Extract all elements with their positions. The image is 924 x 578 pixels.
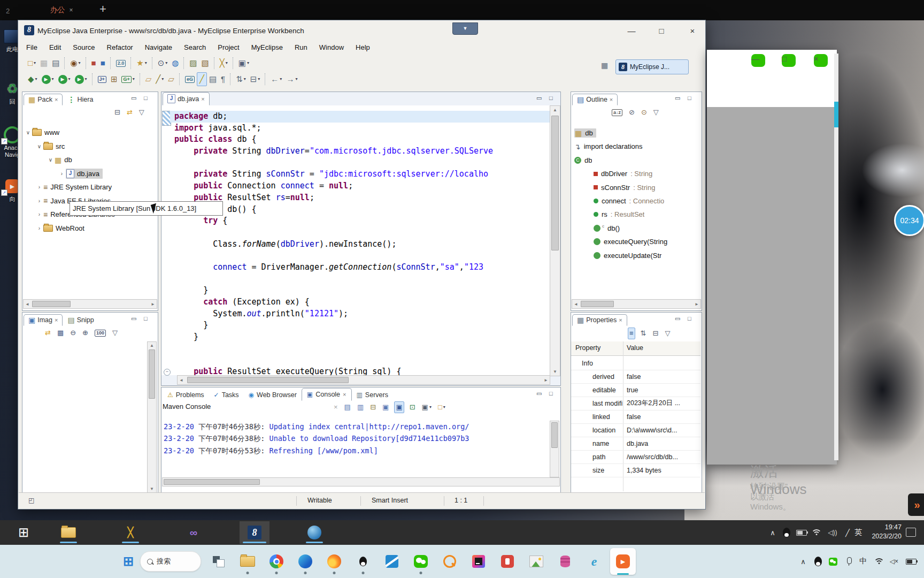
toolbar-sort-icon[interactable]: ⇅ (640, 328, 648, 339)
menu-project[interactable]: Project (212, 43, 245, 51)
dev-tools[interactable]: ╳ (116, 521, 145, 544)
toolbar-xml-editor-icon[interactable]: 2.0 (114, 57, 128, 70)
tab-servers[interactable]: ▥Servers (352, 389, 393, 401)
project-www[interactable]: ∨www (24, 126, 59, 139)
menu-search[interactable]: Search (178, 43, 212, 51)
remote-session-tab[interactable]: 办公 × (32, 0, 91, 20)
toolbar-profile-icon[interactable]: ▶▾ (73, 73, 89, 86)
scroll-left-icon[interactable]: ◄ (179, 378, 183, 383)
scroll-right-icon[interactable]: ► (544, 378, 548, 383)
toolbar-word-wrap-icon[interactable]: ▣ (381, 402, 390, 413)
property-row-linked[interactable]: linkedfalse (571, 410, 700, 424)
tree-expander-icon[interactable]: ∨ (24, 130, 32, 135)
property-row-name[interactable]: namedb.java (571, 437, 700, 451)
database-app[interactable] (552, 548, 578, 575)
toolbar-run-history-icon[interactable]: ▶▾ (56, 73, 73, 86)
scroll-thumb[interactable] (149, 349, 155, 399)
scroll-up-icon[interactable]: ▲ (150, 343, 154, 348)
toolbar-open-console-icon[interactable]: □▾ (437, 402, 446, 413)
toolbar-link-with-editor-icon[interactable]: ⇄ (126, 107, 134, 118)
microphone[interactable] (842, 548, 857, 575)
outline-hscrollbar[interactable]: ◄ ► (572, 299, 701, 309)
tree-expander-icon[interactable]: ∨ (35, 143, 43, 149)
volume-remote[interactable]: ◁)) (826, 521, 840, 544)
tree-expander-icon[interactable]: › (58, 171, 66, 177)
menu-edit[interactable]: Edit (43, 43, 67, 51)
close-icon[interactable]: × (55, 96, 58, 103)
editor-hscrollbar[interactable]: ◄ ► (177, 375, 550, 385)
toolbar-search-icon[interactable]: ⊙▾ (156, 57, 170, 70)
visual-studio[interactable]: ∞ (179, 521, 209, 544)
toolbar-highlighter-icon[interactable]: ╱ (197, 72, 207, 86)
tray-chevron-local[interactable]: ∧ (796, 548, 811, 575)
webroot[interactable]: ›WebRoot (35, 222, 84, 235)
package-explorer-hscrollbar[interactable]: ◄ ► (23, 299, 157, 309)
toolbar-hide-static-icon[interactable]: ⊙ (640, 107, 648, 118)
scroll-thumb[interactable] (32, 301, 71, 307)
ime-local[interactable]: 中 (856, 548, 871, 575)
outline-field-rs[interactable]: rs : ResultSet (594, 208, 644, 221)
menu-help[interactable]: Help (350, 43, 376, 51)
file-db-java[interactable]: ›Jdb.java (58, 167, 103, 180)
new-tab-button[interactable]: + (99, 2, 106, 16)
panel-maximize-icon[interactable]: □ (144, 315, 148, 322)
property-row-last-modified[interactable]: last modified2023年2月20日 ... (571, 397, 700, 410)
close-icon[interactable]: × (619, 317, 622, 323)
perspective-button[interactable]: 8 MyEclipse J... (615, 59, 689, 74)
toolbar-generate-getters-icon[interactable]: G+▾ (119, 73, 136, 86)
panel-minimize-icon[interactable]: ▭ (675, 315, 680, 322)
start-button-local[interactable]: ⊞ (116, 548, 141, 575)
tab-package-explorer[interactable]: ▦ Pack × (24, 94, 63, 105)
toolbar-new-package-red-icon[interactable]: ■ (89, 57, 98, 70)
start-button-remote[interactable]: ⊞ (9, 521, 38, 544)
scroll-left-icon[interactable]: ◄ (574, 302, 578, 307)
panel-minimize-icon[interactable]: ▭ (131, 95, 136, 102)
panel-minimize-icon[interactable]: ▭ (536, 95, 542, 102)
toolbar-view-menu-icon[interactable]: ▽ (652, 107, 660, 118)
battery-remote[interactable] (795, 521, 808, 544)
chrome[interactable] (264, 548, 289, 575)
myeclipse-taskbar[interactable]: 8 (240, 521, 270, 544)
outline-package-db[interactable]: ▦db (574, 126, 596, 140)
menu-window[interactable]: Window (313, 43, 350, 51)
tree-expander-icon[interactable]: › (35, 184, 43, 190)
tab-snippets[interactable]: ▤ Snipp (63, 314, 98, 326)
wechat[interactable] (408, 548, 434, 575)
notification-center-icon[interactable] (906, 528, 916, 537)
close-icon[interactable]: × (610, 96, 613, 103)
sunlogin-remote[interactable]: ▶ (610, 548, 636, 575)
tab-problems[interactable]: ⚠Problems (163, 389, 209, 401)
window-minimize-button[interactable]: — (620, 24, 643, 38)
scroll-thumb[interactable] (581, 301, 614, 307)
toolbar-new-package-blue-icon[interactable]: ■ (98, 57, 107, 70)
menu-navigate[interactable]: Navigate (139, 43, 178, 51)
tab-outline[interactable]: ▤ Outline × (572, 94, 618, 105)
toolbar-display-console-icon[interactable]: ▣▾ (421, 402, 433, 413)
toolbar-view-menu-icon[interactable]: ▽ (664, 328, 671, 339)
task-view[interactable] (206, 548, 232, 575)
scroll-thumb[interactable] (164, 479, 260, 485)
toolbar-hierarchy-icon[interactable]: ⊟▾ (248, 73, 263, 86)
property-row-path[interactable]: path/www/src/db/db... (571, 450, 700, 464)
vscode[interactable] (379, 548, 405, 575)
window-maximize-button[interactable]: □ (650, 24, 673, 38)
tab-image[interactable]: ▣ Imag × (24, 314, 63, 326)
toolbar-new-wizard-icon[interactable]: □▾ (26, 57, 38, 70)
network-remote[interactable] (810, 521, 823, 544)
toolbar-generate-element-icon[interactable]: eG (183, 73, 197, 86)
tab-tasks[interactable]: ✓Tasks (209, 389, 244, 401)
taskbar-search[interactable]: 搜索 (140, 551, 201, 572)
panel-maximize-icon[interactable]: □ (688, 315, 691, 322)
property-row-derived[interactable]: derivedfalse (571, 370, 700, 384)
panel-maximize-icon[interactable]: □ (549, 95, 553, 101)
property-row-editable[interactable]: editabletrue (571, 383, 700, 397)
toolbar-print-icon[interactable]: ▤ (50, 57, 61, 70)
toolbar-mark-occurrences-icon[interactable]: ╱▾ (153, 73, 166, 86)
toolbar-run-icon[interactable]: ▶▾ (40, 73, 56, 86)
toolbar-open-type-icon[interactable]: ▱ (143, 73, 154, 86)
toolbar-sort-icon[interactable]: ⇅▾ (234, 73, 248, 86)
tab-properties[interactable]: ▦ Properties × (572, 314, 627, 326)
property-row-size[interactable]: size1,334 bytes (571, 463, 700, 477)
close-icon[interactable]: × (201, 96, 204, 102)
image-viewer[interactable] (523, 548, 549, 575)
